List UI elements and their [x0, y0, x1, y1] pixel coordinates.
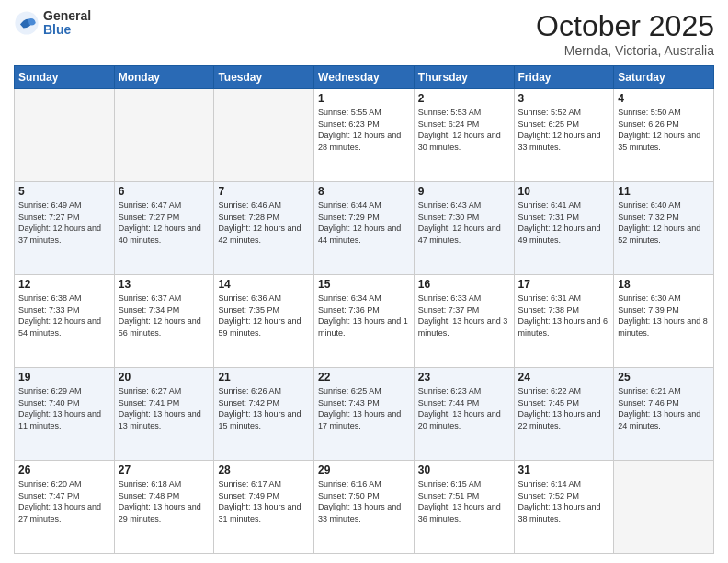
calendar-cell-25: 25Sunrise: 6:21 AMSunset: 7:46 PMDayligh…: [614, 368, 714, 461]
day-number: 31: [518, 464, 610, 477]
day-number: 20: [119, 371, 210, 384]
week-row-2: 5Sunrise: 6:49 AMSunset: 7:27 PMDaylight…: [15, 182, 714, 275]
day-info: Sunrise: 6:16 AMSunset: 7:50 PMDaylight:…: [318, 478, 410, 524]
day-info: Sunrise: 6:30 AMSunset: 7:39 PMDaylight:…: [618, 293, 710, 339]
calendar-cell-29: 29Sunrise: 6:16 AMSunset: 7:50 PMDayligh…: [314, 461, 415, 554]
day-info: Sunrise: 5:53 AMSunset: 6:24 PMDaylight:…: [418, 107, 510, 153]
day-info: Sunrise: 6:38 AMSunset: 7:33 PMDaylight:…: [18, 293, 110, 339]
calendar-cell-20: 20Sunrise: 6:27 AMSunset: 7:41 PMDayligh…: [114, 368, 214, 461]
calendar-cell-6: 6Sunrise: 6:47 AMSunset: 7:27 PMDaylight…: [114, 182, 214, 275]
day-number: 24: [518, 371, 610, 384]
day-number: 9: [418, 185, 510, 198]
day-number: 16: [418, 278, 510, 291]
day-info: Sunrise: 5:55 AMSunset: 6:23 PMDaylight:…: [318, 107, 410, 153]
weekday-header-wednesday: Wednesday: [314, 66, 415, 89]
calendar-cell-11: 11Sunrise: 6:40 AMSunset: 7:32 PMDayligh…: [614, 182, 714, 275]
day-number: 22: [318, 371, 410, 384]
logo-icon: [14, 10, 40, 36]
title-area: October 2025 Mernda, Victoria, Australia: [536, 9, 714, 58]
week-row-3: 12Sunrise: 6:38 AMSunset: 7:33 PMDayligh…: [15, 275, 714, 368]
day-number: 15: [318, 278, 410, 291]
day-info: Sunrise: 6:34 AMSunset: 7:36 PMDaylight:…: [318, 293, 410, 339]
weekday-header-sunday: Sunday: [15, 66, 115, 89]
day-info: Sunrise: 6:15 AMSunset: 7:51 PMDaylight:…: [418, 478, 510, 524]
day-info: Sunrise: 6:44 AMSunset: 7:29 PMDaylight:…: [318, 200, 410, 246]
day-number: 27: [119, 464, 210, 477]
day-number: 26: [18, 464, 110, 477]
weekday-header-monday: Monday: [114, 66, 214, 89]
day-number: 10: [518, 185, 610, 198]
page: General Blue October 2025 Mernda, Victor…: [0, 0, 728, 563]
day-number: 5: [18, 185, 110, 198]
calendar-cell-26: 26Sunrise: 6:20 AMSunset: 7:47 PMDayligh…: [15, 461, 115, 554]
calendar-cell-30: 30Sunrise: 6:15 AMSunset: 7:51 PMDayligh…: [414, 461, 514, 554]
calendar-cell-24: 24Sunrise: 6:22 AMSunset: 7:45 PMDayligh…: [514, 368, 614, 461]
day-info: Sunrise: 6:37 AMSunset: 7:34 PMDaylight:…: [119, 293, 210, 339]
day-info: Sunrise: 6:46 AMSunset: 7:28 PMDaylight:…: [218, 200, 310, 246]
logo-general-text: General: [43, 9, 91, 23]
calendar-cell-10: 10Sunrise: 6:41 AMSunset: 7:31 PMDayligh…: [514, 182, 614, 275]
week-row-5: 26Sunrise: 6:20 AMSunset: 7:47 PMDayligh…: [15, 461, 714, 554]
weekday-header-thursday: Thursday: [414, 66, 514, 89]
week-row-4: 19Sunrise: 6:29 AMSunset: 7:40 PMDayligh…: [15, 368, 714, 461]
day-number: 18: [618, 278, 710, 291]
day-info: Sunrise: 6:29 AMSunset: 7:40 PMDaylight:…: [18, 385, 110, 431]
day-number: 21: [218, 371, 310, 384]
day-info: Sunrise: 6:43 AMSunset: 7:30 PMDaylight:…: [418, 200, 510, 246]
calendar-cell-23: 23Sunrise: 6:23 AMSunset: 7:44 PMDayligh…: [414, 368, 514, 461]
day-number: 25: [618, 371, 710, 384]
weekday-header-row: SundayMondayTuesdayWednesdayThursdayFrid…: [15, 66, 714, 89]
day-info: Sunrise: 6:25 AMSunset: 7:43 PMDaylight:…: [318, 385, 410, 431]
day-info: Sunrise: 6:23 AMSunset: 7:44 PMDaylight:…: [418, 385, 510, 431]
day-info: Sunrise: 6:47 AMSunset: 7:27 PMDaylight:…: [119, 200, 210, 246]
day-info: Sunrise: 6:31 AMSunset: 7:38 PMDaylight:…: [518, 293, 610, 339]
weekday-header-friday: Friday: [514, 66, 614, 89]
calendar-cell-8: 8Sunrise: 6:44 AMSunset: 7:29 PMDaylight…: [314, 182, 415, 275]
calendar-cell-21: 21Sunrise: 6:26 AMSunset: 7:42 PMDayligh…: [214, 368, 314, 461]
calendar-cell-4: 4Sunrise: 5:50 AMSunset: 6:26 PMDaylight…: [614, 89, 714, 182]
calendar-cell-19: 19Sunrise: 6:29 AMSunset: 7:40 PMDayligh…: [15, 368, 115, 461]
day-number: 13: [119, 278, 210, 291]
day-number: 11: [618, 185, 710, 198]
day-info: Sunrise: 6:17 AMSunset: 7:49 PMDaylight:…: [218, 478, 310, 524]
calendar-cell-13: 13Sunrise: 6:37 AMSunset: 7:34 PMDayligh…: [114, 275, 214, 368]
calendar-cell-15: 15Sunrise: 6:34 AMSunset: 7:36 PMDayligh…: [314, 275, 415, 368]
day-info: Sunrise: 5:52 AMSunset: 6:25 PMDaylight:…: [518, 107, 610, 153]
calendar-cell-1: 1Sunrise: 5:55 AMSunset: 6:23 PMDaylight…: [314, 89, 415, 182]
calendar-cell-empty: [114, 89, 214, 182]
calendar-cell-12: 12Sunrise: 6:38 AMSunset: 7:33 PMDayligh…: [15, 275, 115, 368]
day-info: Sunrise: 6:18 AMSunset: 7:48 PMDaylight:…: [119, 478, 210, 524]
calendar-cell-18: 18Sunrise: 6:30 AMSunset: 7:39 PMDayligh…: [614, 275, 714, 368]
calendar-cell-3: 3Sunrise: 5:52 AMSunset: 6:25 PMDaylight…: [514, 89, 614, 182]
day-info: Sunrise: 6:20 AMSunset: 7:47 PMDaylight:…: [18, 478, 110, 524]
day-number: 6: [119, 185, 210, 198]
day-number: 17: [518, 278, 610, 291]
weekday-header-tuesday: Tuesday: [214, 66, 314, 89]
day-info: Sunrise: 6:36 AMSunset: 7:35 PMDaylight:…: [218, 293, 310, 339]
day-number: 23: [418, 371, 510, 384]
day-info: Sunrise: 6:21 AMSunset: 7:46 PMDaylight:…: [618, 385, 710, 431]
day-number: 14: [218, 278, 310, 291]
month-title: October 2025: [536, 9, 714, 43]
calendar-cell-17: 17Sunrise: 6:31 AMSunset: 7:38 PMDayligh…: [514, 275, 614, 368]
day-number: 2: [418, 92, 510, 105]
day-info: Sunrise: 6:41 AMSunset: 7:31 PMDaylight:…: [518, 200, 610, 246]
calendar-cell-empty: [614, 461, 714, 554]
calendar-cell-28: 28Sunrise: 6:17 AMSunset: 7:49 PMDayligh…: [214, 461, 314, 554]
weekday-header-saturday: Saturday: [614, 66, 714, 89]
calendar-cell-2: 2Sunrise: 5:53 AMSunset: 6:24 PMDaylight…: [414, 89, 514, 182]
calendar-cell-22: 22Sunrise: 6:25 AMSunset: 7:43 PMDayligh…: [314, 368, 415, 461]
calendar-cell-7: 7Sunrise: 6:46 AMSunset: 7:28 PMDaylight…: [214, 182, 314, 275]
day-number: 30: [418, 464, 510, 477]
day-number: 29: [318, 464, 410, 477]
calendar-cell-16: 16Sunrise: 6:33 AMSunset: 7:37 PMDayligh…: [414, 275, 514, 368]
day-number: 4: [618, 92, 710, 105]
day-number: 12: [18, 278, 110, 291]
day-info: Sunrise: 5:50 AMSunset: 6:26 PMDaylight:…: [618, 107, 710, 153]
logo-text: General Blue: [43, 9, 91, 38]
calendar-cell-empty: [15, 89, 115, 182]
logo-blue-text: Blue: [43, 23, 91, 37]
day-info: Sunrise: 6:40 AMSunset: 7:32 PMDaylight:…: [618, 200, 710, 246]
calendar-cell-empty: [214, 89, 314, 182]
logo: General Blue: [14, 9, 91, 38]
